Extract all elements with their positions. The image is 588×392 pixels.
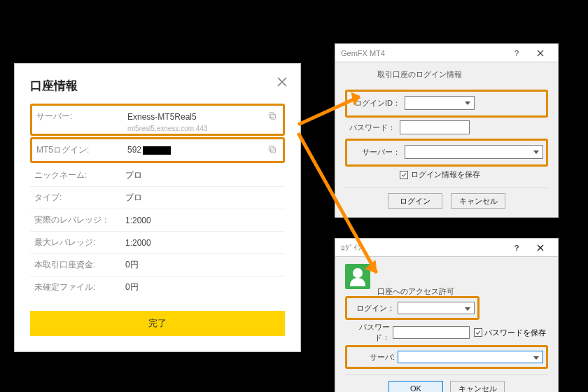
pending-row: 未確定ファイル: 0円 [30, 276, 285, 298]
login-row: MT5ログイン: 592 [32, 139, 283, 161]
close-icon[interactable] [528, 239, 552, 257]
password-label: パスワード： [345, 122, 400, 133]
server-label: サーバー: [36, 111, 127, 122]
pending-value: 0円 [125, 281, 282, 293]
help-icon[interactable]: ? [505, 44, 528, 62]
max-leverage-value: 1:2000 [125, 238, 282, 248]
server-highlight: サーバー： [345, 139, 548, 167]
login-id-row: ログインID： [350, 96, 543, 110]
balance-label: 本取引口座資金: [34, 259, 125, 271]
login-id-combo[interactable] [405, 96, 475, 110]
login-id-highlight: ログインID： [345, 90, 548, 118]
server-label: サーバ: [350, 352, 398, 363]
dialog-button-row: OK キャンセル [345, 374, 548, 392]
server-highlight: サーバ: [345, 345, 548, 369]
copy-icon[interactable] [267, 111, 277, 122]
login-label: MT5ログイン: [36, 144, 127, 156]
server-row: サーバー： [350, 145, 543, 159]
real-leverage-label: 実際のレバレッジ： [34, 214, 125, 226]
balance-row: 本取引口座資金: 0円 [30, 254, 285, 276]
help-icon[interactable]: ? [505, 239, 528, 257]
dialog-titlebar[interactable]: GemFX MT4 ? [335, 44, 558, 62]
save-password-row[interactable]: パスワードを保存 [474, 328, 546, 338]
save-login-row[interactable]: ログイン情報を保存 [400, 169, 548, 180]
save-password-label: パスワードを保存 [484, 328, 546, 338]
type-label: タイプ: [34, 192, 125, 204]
redacted-block [143, 146, 171, 155]
save-login-label: ログイン情報を保存 [411, 169, 480, 180]
mt4-login-dialog: GemFX MT4 ? 取引口座のログイン情報 ログインID： パスワード： サ… [335, 43, 559, 218]
real-leverage-value: 1:2000 [125, 216, 282, 225]
server-combo[interactable] [405, 145, 543, 159]
password-row: パスワード： パスワードを保存 [345, 322, 548, 343]
account-info-modal: 口座情報 サーバー: Exness-MT5Real5 mt5real5.exne… [14, 63, 301, 352]
balance-value: 0円 [125, 259, 282, 271]
done-button[interactable]: 完了 [30, 311, 285, 336]
modal-title: 口座情報 [30, 78, 285, 94]
login-value-prefix: 592 [127, 145, 141, 155]
password-input[interactable] [400, 120, 470, 134]
ok-button[interactable]: OK [388, 381, 443, 392]
dialog-button-row: ログイン キャンセル [345, 187, 548, 209]
dialog-title-text: ﾛｸﾞｲﾝ [341, 244, 362, 252]
cancel-button[interactable]: キャンセル [451, 193, 505, 209]
copy-icon[interactable] [267, 144, 277, 156]
max-leverage-row: 最大レバレッジ: 1:2000 [30, 232, 285, 254]
server-value: Exness-MT5Real5 [127, 112, 280, 122]
nickname-label: ニックネーム: [34, 169, 125, 181]
type-row: タイプ: プロ [30, 187, 285, 209]
login-combo[interactable] [398, 302, 475, 314]
password-label: パスワード： [345, 322, 393, 343]
server-label: サーバー： [350, 147, 405, 158]
max-leverage-label: 最大レバレッジ: [34, 237, 125, 248]
real-leverage-row: 実際のレバレッジ： 1:2000 [30, 209, 285, 232]
nickname-value: プロ [125, 169, 282, 181]
login-value: 592 [127, 145, 280, 155]
dialog-titlebar[interactable]: ﾛｸﾞｲﾝ ? [335, 239, 558, 257]
svg-rect-3 [269, 112, 274, 117]
server-row-highlight: サーバー: Exness-MT5Real5 mt5real5.exness.co… [30, 104, 285, 136]
checkbox-icon[interactable] [400, 171, 408, 179]
server-combo[interactable] [398, 351, 543, 363]
login-button[interactable]: ログイン [388, 193, 442, 209]
login-id-label: ログインID： [350, 98, 405, 108]
login-label: ログイン： [350, 303, 398, 314]
checkbox-icon[interactable] [474, 328, 482, 337]
mt5-login-dialog: ﾛｸﾞｲﾝ ? 口座へのアクセス許可 ログイン： パスワード： パスワードを保存… [335, 238, 559, 392]
dialog-heading: 口座へのアクセス許可 [377, 286, 454, 297]
login-row: ログイン： [350, 302, 475, 314]
svg-rect-5 [269, 146, 274, 150]
close-icon[interactable] [528, 44, 552, 62]
password-input[interactable] [393, 326, 470, 339]
server-row: サーバー: Exness-MT5Real5 [32, 106, 283, 127]
avatar-icon [345, 264, 370, 289]
login-row-highlight: MT5ログイン: 592 [30, 137, 285, 163]
dialog-title-text: GemFX MT4 [341, 49, 385, 57]
server-row: サーバ: [350, 351, 543, 363]
close-icon[interactable] [274, 74, 290, 90]
svg-rect-2 [271, 114, 276, 119]
password-row: パスワード： [345, 120, 548, 134]
login-highlight: ログイン： [345, 296, 479, 320]
nickname-row: ニックネーム: プロ [30, 164, 285, 187]
svg-rect-4 [271, 148, 276, 153]
cancel-button[interactable]: キャンセル [450, 381, 505, 392]
dialog-heading: 取引口座のログイン情報 [377, 69, 548, 80]
type-value: プロ [125, 192, 282, 204]
pending-label: 未確定ファイル: [34, 281, 125, 293]
